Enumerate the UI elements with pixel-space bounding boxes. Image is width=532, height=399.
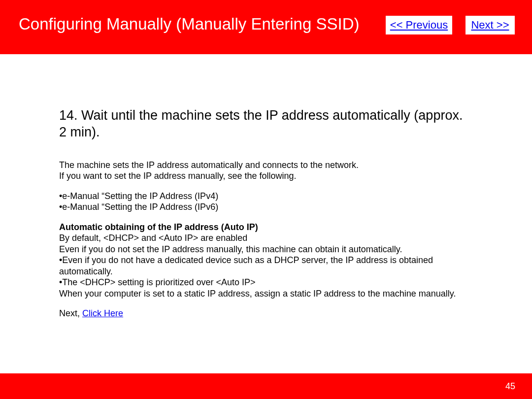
- page: Configuring Manually (Manually Entering …: [0, 0, 532, 399]
- content-area: 14. Wait until the machine sets the IP a…: [0, 54, 532, 373]
- footer-bar: 45: [0, 373, 532, 399]
- reference-ipv6: •e-Manual “Setting the IP Address (IPv6): [59, 201, 473, 213]
- previous-button[interactable]: << Previous: [386, 16, 452, 34]
- header-bar: Configuring Manually (Manually Entering …: [0, 0, 532, 54]
- auto-ip-line-5: When your computer is set to a static IP…: [59, 288, 473, 299]
- page-number: 45: [505, 381, 515, 392]
- auto-ip-line-1: By default, <DHCP> and <Auto IP> are ena…: [59, 233, 473, 244]
- auto-ip-line-3: •Even if you do not have a dedicated dev…: [59, 255, 473, 277]
- click-here-link[interactable]: Click Here: [82, 308, 123, 318]
- page-title: Configuring Manually (Manually Entering …: [19, 15, 360, 33]
- auto-ip-line-2: Even if you do not set the IP address ma…: [59, 244, 473, 255]
- next-button[interactable]: Next >>: [466, 16, 515, 34]
- next-line: Next, Click Here: [59, 308, 473, 319]
- reference-ipv4: •e-Manual “Setting the IP Address (IPv4): [59, 191, 473, 202]
- intro-line-2: If you want to set the IP address manual…: [59, 170, 473, 182]
- body-text: The machine sets the IP address automati…: [59, 160, 473, 319]
- step-heading: 14. Wait until the machine sets the IP a…: [59, 107, 473, 141]
- auto-ip-line-4: •The <DHCP> setting is prioritized over …: [59, 277, 473, 288]
- sub-heading: Automatic obtaining of the IP address (A…: [59, 222, 473, 233]
- next-prefix: Next,: [59, 308, 82, 318]
- intro-line-1: The machine sets the IP address automati…: [59, 160, 473, 171]
